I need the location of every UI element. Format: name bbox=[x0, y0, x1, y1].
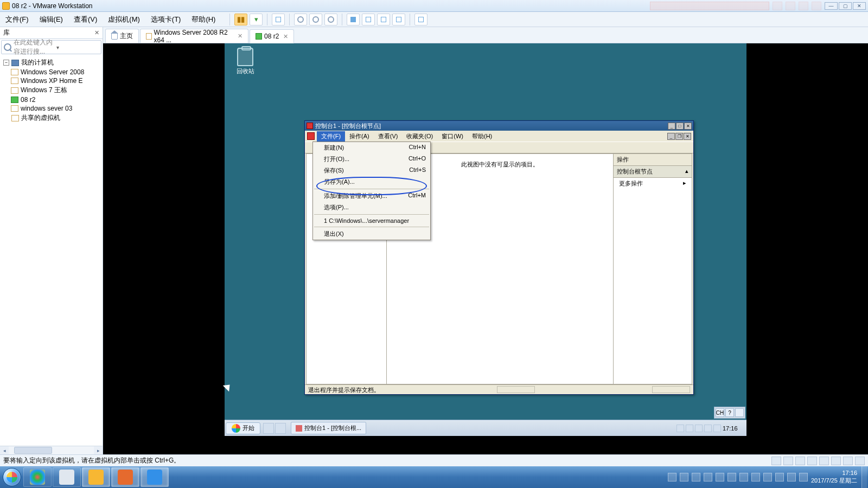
menu-view[interactable]: 查看(V) bbox=[68, 12, 103, 27]
tree-my-computer[interactable]: 我的计算机 bbox=[21, 58, 54, 67]
fullscreen-button[interactable] bbox=[347, 14, 360, 25]
mmc-menu-favorites[interactable]: 收藏夹(O) bbox=[402, 131, 437, 142]
guest-start-button[interactable]: 开始 bbox=[226, 422, 260, 434]
tree-item[interactable]: 08 r2 bbox=[21, 96, 35, 104]
tray-wifi-icon[interactable] bbox=[775, 473, 784, 481]
tray-volume-icon[interactable] bbox=[713, 425, 721, 432]
mmc-titlebar[interactable]: 控制台1 - [控制台根节点] _ □ ✕ bbox=[305, 121, 693, 131]
tab-vm[interactable]: Windows Server 2008 R2 x64 ... ✕ bbox=[140, 29, 248, 43]
menu-help[interactable]: 帮助(H) bbox=[186, 12, 221, 27]
close-button[interactable]: ✕ bbox=[853, 2, 866, 10]
device-printer-icon[interactable] bbox=[831, 457, 841, 465]
mmc-close-button[interactable]: ✕ bbox=[684, 123, 692, 130]
tool-icon[interactable] bbox=[735, 408, 744, 417]
quicklaunch-icon[interactable] bbox=[275, 423, 286, 434]
pinned-vmware[interactable] bbox=[82, 467, 110, 487]
menuitem-new[interactable]: 新建(N)Ctrl+N bbox=[313, 142, 430, 153]
mmc-minimize-button[interactable]: _ bbox=[668, 123, 675, 130]
mmc-menu-window[interactable]: 窗口(W) bbox=[437, 131, 468, 142]
mmc-child-restore-button[interactable]: ❐ bbox=[675, 133, 683, 140]
menuitem-save[interactable]: 保存(S)Ctrl+S bbox=[313, 165, 430, 176]
close-library-button[interactable]: ✕ bbox=[94, 29, 99, 36]
pinned-app[interactable] bbox=[23, 467, 52, 487]
mmc-menu-file[interactable]: 文件(F) bbox=[317, 131, 345, 142]
tray-icon[interactable] bbox=[695, 425, 703, 432]
library-search[interactable]: 在此处键入内容进行搜... ▾ bbox=[1, 40, 101, 54]
maximize-button[interactable]: ▢ bbox=[839, 2, 852, 10]
console-view-button[interactable] bbox=[377, 14, 390, 25]
tray-icon[interactable] bbox=[704, 473, 712, 481]
tray-battery-icon[interactable] bbox=[787, 473, 796, 481]
tray-bluetooth-icon[interactable] bbox=[751, 473, 760, 481]
menuitem-saveas[interactable]: 另存为(A)... bbox=[313, 176, 430, 188]
host-clock[interactable]: 17:16 2017/7/25 星期二 bbox=[811, 470, 857, 485]
tree-item[interactable]: Windows Server 2008 bbox=[21, 68, 84, 76]
pinned-powerpoint[interactable] bbox=[111, 467, 139, 487]
guest-viewport[interactable]: 回收站 控制台1 - [控制台根节点] _ □ ✕ bbox=[103, 43, 868, 454]
show-desktop-button[interactable] bbox=[861, 466, 867, 488]
device-message-icon[interactable] bbox=[855, 457, 865, 465]
tray-icon[interactable] bbox=[716, 473, 724, 481]
tray-icon[interactable] bbox=[727, 473, 736, 481]
power-menu-button[interactable]: ▾ bbox=[250, 14, 263, 25]
mmc-child-minimize-button[interactable]: _ bbox=[667, 133, 675, 140]
device-hdd-icon[interactable] bbox=[771, 457, 781, 465]
recycle-bin[interactable]: 回收站 bbox=[232, 48, 258, 75]
tray-icon[interactable] bbox=[680, 473, 688, 481]
menuitem-add-remove-snapin[interactable]: 添加/删除管理单元(M)...Ctrl+M bbox=[313, 190, 430, 202]
sidebar-hscroll[interactable]: ◂ ▸ bbox=[0, 446, 103, 454]
menuitem-recent[interactable]: 1 C:\Windows\...\servermanager bbox=[313, 216, 430, 226]
mmc-menu-view[interactable]: 查看(V) bbox=[374, 131, 403, 142]
action-more[interactable]: 更多操作 ▸ bbox=[614, 178, 692, 189]
mmc-child-close-button[interactable]: ✕ bbox=[684, 133, 691, 140]
tray-icon[interactable] bbox=[739, 473, 748, 481]
menu-edit[interactable]: 编辑(E) bbox=[34, 12, 68, 27]
tree-shared[interactable]: 共享的虚拟机 bbox=[21, 113, 60, 123]
menuitem-options[interactable]: 选项(P)... bbox=[313, 202, 430, 213]
scroll-right-icon[interactable]: ▸ bbox=[94, 446, 103, 454]
menu-vm[interactable]: 虚拟机(M) bbox=[103, 12, 145, 27]
tray-icon[interactable] bbox=[692, 473, 700, 481]
taskbar-task-mmc[interactable]: 控制台1 - [控制台根... bbox=[291, 422, 366, 434]
scroll-thumb[interactable] bbox=[14, 447, 52, 454]
guest-clock[interactable]: 17:16 bbox=[723, 425, 743, 432]
menu-tabs[interactable]: 选项卡(T) bbox=[145, 12, 187, 27]
unity-button[interactable] bbox=[362, 14, 375, 25]
mmc-maximize-button[interactable]: □ bbox=[676, 123, 684, 130]
quicklaunch-icon[interactable] bbox=[263, 423, 274, 434]
mmc-menu-action[interactable]: 操作(A) bbox=[345, 131, 374, 142]
collapse-icon[interactable]: ▴ bbox=[685, 168, 688, 176]
send-cmd-button[interactable] bbox=[272, 14, 285, 25]
minimize-button[interactable]: — bbox=[825, 2, 838, 10]
tree-item[interactable]: windows sever 03 bbox=[21, 105, 72, 112]
collapse-icon[interactable]: − bbox=[3, 60, 9, 66]
mmc-window[interactable]: 控制台1 - [控制台根节点] _ □ ✕ 文件(F) 操作(A) bbox=[304, 120, 694, 395]
tree-item[interactable]: Windows XP Home E bbox=[21, 77, 83, 85]
library-toggle-button[interactable] bbox=[414, 14, 427, 25]
device-display-icon[interactable] bbox=[843, 457, 853, 465]
suspend-button[interactable]: ▮▮ bbox=[234, 14, 247, 25]
revert-button[interactable] bbox=[309, 14, 322, 25]
pinned-app[interactable] bbox=[53, 467, 81, 487]
language-button[interactable]: CH bbox=[716, 408, 724, 417]
tray-volume-icon[interactable] bbox=[799, 473, 808, 481]
tab-vm-active[interactable]: 08 r2 ✕ bbox=[250, 29, 294, 43]
snapshot-button[interactable] bbox=[294, 14, 307, 25]
tray-icon[interactable] bbox=[686, 425, 693, 432]
menuitem-exit[interactable]: 退出(X) bbox=[313, 228, 430, 240]
tab-close-icon[interactable]: ✕ bbox=[238, 33, 242, 40]
device-usb-icon[interactable] bbox=[807, 457, 817, 465]
tree-item[interactable]: Windows 7 王栋 bbox=[21, 86, 67, 95]
device-cd-icon[interactable] bbox=[783, 457, 793, 465]
scroll-left-icon[interactable]: ◂ bbox=[0, 446, 9, 454]
tray-network-icon[interactable] bbox=[704, 425, 712, 432]
device-sound-icon[interactable] bbox=[819, 457, 829, 465]
search-dropdown-icon[interactable]: ▾ bbox=[56, 44, 99, 50]
menu-file[interactable]: 文件(F) bbox=[0, 12, 34, 27]
menuitem-open[interactable]: 打开(O)...Ctrl+O bbox=[313, 153, 430, 165]
pinned-wps[interactable] bbox=[141, 467, 169, 487]
tray-icon[interactable] bbox=[676, 425, 684, 432]
mmc-menu-help[interactable]: 帮助(H) bbox=[468, 131, 496, 142]
guest-desktop[interactable]: 回收站 控制台1 - [控制台根节点] _ □ ✕ bbox=[225, 43, 746, 436]
snapshot-manager-button[interactable] bbox=[324, 14, 337, 25]
